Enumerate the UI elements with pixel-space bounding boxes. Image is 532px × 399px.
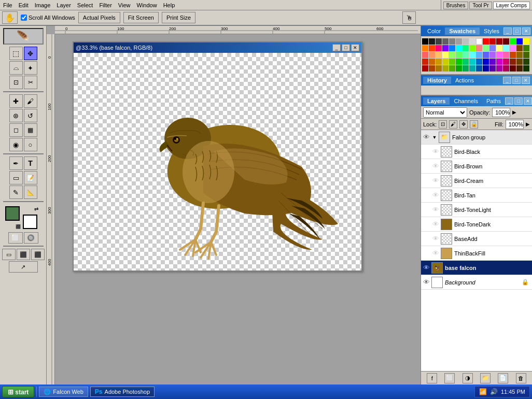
layers-minimize-btn[interactable]: _ bbox=[505, 97, 513, 105]
eraser-tool-btn[interactable]: ◻ bbox=[9, 123, 23, 137]
layers-close-btn[interactable]: ✕ bbox=[524, 97, 532, 105]
crop-tool-btn[interactable]: ⊡ bbox=[9, 76, 23, 89]
history-brush-btn[interactable]: ↺ bbox=[24, 109, 37, 122]
swatch-black[interactable] bbox=[422, 38, 428, 45]
swatch-y1[interactable] bbox=[523, 38, 529, 45]
menu-help[interactable]: Help bbox=[160, 1, 178, 9]
history-tab[interactable]: History bbox=[423, 77, 451, 84]
menu-select[interactable]: Select bbox=[74, 1, 96, 9]
notes-tool-btn[interactable]: 📝 bbox=[24, 171, 37, 184]
lock-transparent-btn[interactable]: ⊡ bbox=[439, 120, 447, 129]
fit-screen-button[interactable]: Fit Screen bbox=[123, 12, 159, 23]
swap-colors-icon[interactable]: ⇄ bbox=[34, 206, 38, 212]
layer-visibility-toggle[interactable]: 👁 bbox=[431, 249, 440, 258]
layer-falcon-group[interactable]: 👁 ▼ 📁 Falcon group bbox=[421, 130, 532, 145]
tool-presets-tab[interactable]: Tool Pr bbox=[469, 2, 492, 9]
canvas-maximize-btn[interactable]: □ bbox=[342, 44, 350, 51]
layer-comps-tab[interactable]: Layer Comps bbox=[493, 2, 530, 9]
layer-base-add[interactable]: 👁 BaseAdd bbox=[421, 232, 532, 246]
layer-visibility-toggle[interactable]: 👁 bbox=[431, 162, 440, 170]
layers-maximize-btn[interactable]: □ bbox=[514, 97, 523, 105]
styles-tab[interactable]: Styles bbox=[480, 27, 503, 35]
swatch-b1[interactable] bbox=[516, 38, 523, 45]
menu-image[interactable]: Image bbox=[32, 1, 54, 9]
gradient-tool-btn[interactable]: ▦ bbox=[24, 123, 37, 137]
layers-tab[interactable]: Layers bbox=[423, 97, 450, 105]
history-minimize-btn[interactable]: _ bbox=[503, 77, 511, 84]
swatch-g1[interactable] bbox=[510, 38, 516, 45]
canvas-minimize-btn[interactable]: _ bbox=[332, 44, 341, 51]
swatches-tab[interactable]: Swatches bbox=[445, 27, 480, 35]
marquee-tool-btn[interactable]: ⬚ bbox=[9, 47, 23, 60]
fill-input[interactable] bbox=[506, 120, 524, 129]
menu-filter[interactable]: Filter bbox=[96, 1, 115, 9]
swatches-minimize-btn[interactable]: _ bbox=[503, 27, 512, 35]
standard-mode-btn[interactable]: ⬜ bbox=[8, 232, 23, 244]
opacity-arrows[interactable]: ▶ bbox=[512, 109, 516, 115]
slice-tool-btn[interactable]: ✂ bbox=[24, 76, 37, 89]
layer-expand-toggle[interactable]: ▼ bbox=[431, 134, 438, 140]
lock-image-btn[interactable]: 🖌 bbox=[449, 120, 457, 129]
swatch-dark1[interactable] bbox=[429, 38, 435, 45]
type-tool-btn[interactable]: T bbox=[24, 156, 37, 170]
start-button[interactable]: ⊞ start bbox=[2, 386, 34, 397]
swatch-r1[interactable] bbox=[483, 38, 489, 45]
menu-view[interactable]: View bbox=[115, 1, 134, 9]
blur-tool-btn[interactable]: ◉ bbox=[9, 138, 23, 151]
swatch-gray4[interactable] bbox=[463, 38, 469, 45]
swatch-r2[interactable] bbox=[489, 38, 496, 45]
new-layer-btn[interactable]: 📄 bbox=[498, 373, 508, 383]
swatch-gray2[interactable] bbox=[449, 38, 455, 45]
swatch-r3[interactable] bbox=[496, 38, 502, 45]
layer-bird-black[interactable]: 👁 Bird-Black bbox=[421, 145, 532, 159]
blend-mode-select[interactable]: Normal bbox=[423, 107, 467, 118]
canvas-titlebar[interactable]: @33.3% (base falcon, RGB/8) _ □ ✕ bbox=[74, 42, 361, 53]
menu-file[interactable]: File bbox=[0, 1, 16, 9]
delete-layer-btn[interactable]: 🗑 bbox=[516, 373, 526, 383]
layer-bird-brown[interactable]: 👁 Bird-Brown bbox=[421, 159, 532, 174]
quickmask-mode-btn[interactable]: 🔘 bbox=[24, 232, 38, 244]
canvas-close-btn[interactable]: ✕ bbox=[351, 44, 359, 51]
new-adjustment-btn[interactable]: ◑ bbox=[463, 373, 473, 383]
add-mask-btn[interactable]: ⬜ bbox=[444, 373, 455, 383]
scroll-all-checkbox[interactable] bbox=[21, 15, 27, 21]
menu-edit[interactable]: Edit bbox=[16, 1, 32, 9]
layer-bird-cream[interactable]: 👁 Bird-Cream bbox=[421, 174, 532, 188]
color-tab[interactable]: Color bbox=[423, 27, 445, 35]
shape-tool-btn[interactable]: ▭ bbox=[9, 171, 23, 184]
swatch-gray5[interactable] bbox=[469, 38, 475, 45]
new-group-btn[interactable]: 📁 bbox=[480, 373, 491, 383]
lasso-tool-btn[interactable]: ⌓ bbox=[9, 61, 23, 75]
eyedropper-tool-btn[interactable]: ✎ bbox=[9, 186, 23, 199]
swatch-gray1[interactable] bbox=[442, 38, 449, 45]
standard-screen-btn[interactable]: ▭ bbox=[2, 249, 16, 260]
opacity-input[interactable] bbox=[492, 108, 510, 117]
heal-tool-btn[interactable]: ✚ bbox=[9, 94, 23, 108]
layer-base-falcon[interactable]: 👁 🦅 base falcon bbox=[421, 261, 532, 275]
fullscreen-menu-btn[interactable]: ⬛ bbox=[17, 249, 30, 260]
pen-tool-btn[interactable]: ✒ bbox=[9, 156, 23, 170]
lock-position-btn[interactable]: ✥ bbox=[459, 120, 468, 129]
brushes-tab[interactable]: Brushes bbox=[443, 2, 469, 9]
swatch-dark2[interactable] bbox=[436, 38, 442, 45]
measure-tool-btn[interactable]: 📐 bbox=[24, 186, 37, 199]
taskbar-item-falcon-web[interactable]: 🌐 Falcon Web bbox=[39, 387, 88, 397]
background-color-swatch[interactable] bbox=[23, 215, 37, 229]
actions-tab[interactable]: Actions bbox=[451, 77, 478, 84]
layer-visibility-toggle[interactable]: 👁 bbox=[431, 148, 440, 156]
layer-visibility-toggle[interactable]: 👁 bbox=[431, 206, 440, 214]
swatch-white[interactable] bbox=[476, 38, 482, 45]
lock-all-btn[interactable]: 🔒 bbox=[470, 120, 478, 129]
layer-visibility-toggle[interactable]: 👁 bbox=[422, 278, 430, 287]
layer-visibility-toggle[interactable]: 👁 bbox=[431, 177, 440, 185]
layer-visibility-toggle[interactable]: 👁 bbox=[422, 264, 430, 272]
magic-wand-btn[interactable]: ✦ bbox=[24, 61, 37, 75]
channels-tab[interactable]: Channels bbox=[450, 97, 482, 105]
layer-bird-tonedark[interactable]: 👁 Bird-ToneDark bbox=[421, 217, 532, 232]
default-colors-icon[interactable]: ⬛ bbox=[16, 224, 21, 229]
layer-visibility-toggle[interactable]: 👁 bbox=[431, 220, 440, 229]
menu-window[interactable]: Window bbox=[134, 1, 160, 9]
print-size-button[interactable]: Print Size bbox=[162, 12, 195, 23]
add-layer-style-btn[interactable]: f bbox=[427, 373, 437, 383]
history-close-btn[interactable]: ✕ bbox=[522, 77, 530, 84]
